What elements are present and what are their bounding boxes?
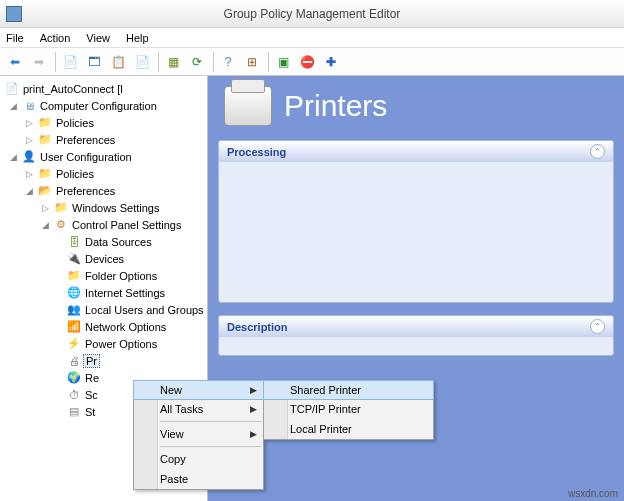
tree-data-sources[interactable]: 🗄Data Sources: [4, 233, 207, 250]
filter-button[interactable]: ▦: [162, 51, 184, 73]
ctx-shared-printer[interactable]: Shared Printer: [263, 380, 434, 400]
stop-button[interactable]: ⛔: [296, 51, 318, 73]
tree-power-options[interactable]: ⚡Power Options: [4, 335, 207, 352]
copy-button[interactable]: 📋: [107, 51, 129, 73]
forward-button[interactable]: ➡: [28, 51, 50, 73]
collapse-icon[interactable]: ⌃: [590, 319, 605, 334]
printer-icon: [224, 86, 272, 126]
refresh-button[interactable]: ⟳: [186, 51, 208, 73]
tree-internet-settings[interactable]: 🌐Internet Settings: [4, 284, 207, 301]
ctx-tcpip-printer[interactable]: TCP/IP Printer: [264, 399, 433, 419]
paste-button[interactable]: 📄: [131, 51, 153, 73]
export-button[interactable]: ▣: [272, 51, 294, 73]
options-button[interactable]: ⊞: [241, 51, 263, 73]
tree-computer-config[interactable]: ◢🖥Computer Configuration: [4, 97, 207, 114]
tree-root[interactable]: 📄print_AutoConnect [l: [4, 80, 207, 97]
page-title: Printers: [284, 89, 387, 123]
tree-windows-settings[interactable]: ▷📁Windows Settings: [4, 199, 207, 216]
menu-bar: File Action View Help: [0, 28, 624, 48]
toolbar: ⬅ ➡ 📄 🗔 📋 📄 ▦ ⟳ ? ⊞ ▣ ⛔ ✚: [0, 48, 624, 76]
tree-cc-preferences[interactable]: ▷📁Preferences: [4, 131, 207, 148]
context-menu: New▶ All Tasks▶ View▶ Copy Paste: [133, 380, 264, 490]
collapse-icon[interactable]: ⌃: [590, 144, 605, 159]
panel-description-title: Description: [227, 321, 288, 333]
add-button[interactable]: ✚: [320, 51, 342, 73]
back-button[interactable]: ⬅: [4, 51, 26, 73]
ctx-new[interactable]: New▶: [133, 380, 264, 400]
panel-processing: Processing ⌃: [218, 140, 614, 303]
tree-uc-policies[interactable]: ▷📁Policies: [4, 165, 207, 182]
ctx-paste[interactable]: Paste: [134, 469, 263, 489]
tree-control-panel-settings[interactable]: ◢⚙Control Panel Settings: [4, 216, 207, 233]
ctx-all-tasks[interactable]: All Tasks▶: [134, 399, 263, 419]
tree-network-options[interactable]: 📶Network Options: [4, 318, 207, 335]
help-button[interactable]: ?: [217, 51, 239, 73]
tree-printers[interactable]: 🖨Pr: [4, 352, 207, 369]
app-icon: [6, 6, 22, 22]
ctx-copy[interactable]: Copy: [134, 449, 263, 469]
tree-folder-options[interactable]: 📁Folder Options: [4, 267, 207, 284]
up-button[interactable]: 📄: [59, 51, 81, 73]
menu-action[interactable]: Action: [40, 32, 71, 44]
properties-button[interactable]: 🗔: [83, 51, 105, 73]
watermark: wsxdn.com: [568, 488, 618, 499]
title-bar: Group Policy Management Editor: [0, 0, 624, 28]
menu-view[interactable]: View: [86, 32, 110, 44]
window-title: Group Policy Management Editor: [224, 7, 401, 21]
tree-local-users[interactable]: 👥Local Users and Groups: [4, 301, 207, 318]
context-submenu: Shared Printer TCP/IP Printer Local Prin…: [263, 380, 434, 440]
menu-help[interactable]: Help: [126, 32, 149, 44]
tree-uc-preferences[interactable]: ◢📂Preferences: [4, 182, 207, 199]
panel-description: Description ⌃: [218, 315, 614, 356]
ctx-view[interactable]: View▶: [134, 424, 263, 444]
tree-user-config[interactable]: ◢👤User Configuration: [4, 148, 207, 165]
ctx-local-printer[interactable]: Local Printer: [264, 419, 433, 439]
panel-processing-title: Processing: [227, 146, 286, 158]
tree-devices[interactable]: 🔌Devices: [4, 250, 207, 267]
menu-file[interactable]: File: [6, 32, 24, 44]
content-header: Printers: [208, 76, 624, 140]
tree-cc-policies[interactable]: ▷📁Policies: [4, 114, 207, 131]
